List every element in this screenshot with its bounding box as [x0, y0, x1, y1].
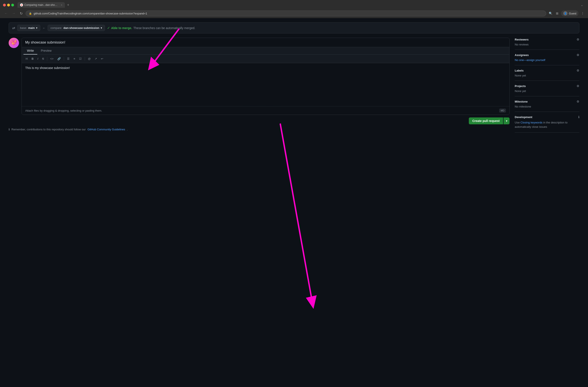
lock-icon: 🔒 — [29, 12, 32, 15]
page-content: ⇄ base: main ▾ ← compare: dan-showcase-s… — [0, 18, 588, 387]
bold-button[interactable]: B — [30, 56, 35, 61]
milestone-value: No milestone — [515, 105, 579, 108]
pr-form-area: 💖 Write Preview H B I S <> � — [9, 38, 509, 131]
projects-title: Projects — [515, 84, 526, 88]
milestone-section: Milestone ⚙ No milestone — [515, 96, 579, 112]
editor-toolbar: H B I S <> 🔗 ☰ ≡ ☑ @ ↗ ↩ — [22, 55, 509, 63]
sidebar: Reviewers ⚙ No reviews Assignees ⚙ No on… — [515, 38, 579, 133]
closing-keywords-link[interactable]: Closing keywords — [521, 121, 543, 124]
compare-arrows-icon: ⇄ — [12, 26, 15, 30]
community-guidelines-link[interactable]: GitHub Community Guidelines — [87, 128, 125, 131]
merge-description: These branches can be automatically merg… — [133, 26, 195, 30]
assignees-header: Assignees ⚙ — [515, 53, 579, 57]
base-label: base: — [20, 26, 27, 30]
base-branch-button[interactable]: base: main ▾ — [17, 25, 40, 31]
toolbar-divider-2 — [64, 57, 64, 61]
reviewers-gear-icon[interactable]: ⚙ — [577, 38, 579, 41]
create-pull-request-button[interactable]: Create pull request — [469, 118, 503, 124]
merge-check-icon: ✓ — [107, 26, 110, 30]
fullscreen-button[interactable] — [11, 4, 14, 6]
dev-text-before: Use — [515, 121, 520, 124]
active-tab[interactable]: 🐙 Comparing main...dan-showca × — [18, 2, 65, 8]
unordered-list-button[interactable]: ☰ — [66, 56, 71, 61]
undo-button[interactable]: ↩ — [100, 56, 105, 61]
tab-bar: 🐙 Comparing main...dan-showca × + — [18, 2, 577, 8]
title-bar: 🐙 Comparing main...dan-showca × + ⌄ — [0, 0, 588, 9]
base-chevron-icon: ▾ — [36, 26, 38, 30]
forward-button[interactable]: → — [11, 11, 17, 16]
mention-button[interactable]: @ — [87, 56, 92, 61]
tab-title: Comparing main...dan-showca — [24, 3, 59, 6]
assignees-value[interactable]: No one—assign yourself — [515, 58, 579, 62]
merge-status: ✓ Able to merge. These branches can be a… — [107, 26, 195, 30]
labels-title: Labels — [515, 69, 524, 72]
tab-close-icon[interactable]: × — [61, 4, 62, 6]
labels-header: Labels ⚙ — [515, 69, 579, 72]
search-icon[interactable]: 🔍 — [548, 11, 553, 16]
labels-section: Labels ⚙ None yet — [515, 65, 579, 81]
link-button[interactable]: 🔗 — [56, 56, 62, 61]
milestone-title: Milestone — [515, 100, 528, 103]
markdown-badge: MD — [499, 109, 506, 112]
projects-section: Projects ⚙ None yet — [515, 81, 579, 96]
tab-write[interactable]: Write — [23, 47, 37, 55]
assignees-gear-icon[interactable]: ⚙ — [577, 53, 579, 57]
ordered-list-button[interactable]: ≡ — [72, 56, 77, 61]
compare-branch-button[interactable]: compare: dan-showcase-submission ▾ — [48, 25, 105, 31]
compare-branch-name: dan-showcase-submission — [63, 26, 99, 30]
traffic-lights — [3, 4, 14, 6]
reviewers-value: No reviews — [515, 43, 579, 46]
tab-menu-button[interactable]: ⌄ — [579, 2, 585, 8]
reload-button[interactable]: ↻ — [19, 11, 24, 16]
milestone-header: Milestone ⚙ — [515, 100, 579, 103]
browser-chrome: 🐙 Comparing main...dan-showca × + ⌄ ← → … — [0, 0, 588, 18]
heading-button[interactable]: H — [24, 56, 29, 61]
base-branch-name: main — [28, 26, 35, 30]
assignees-title: Assignees — [515, 53, 529, 57]
github-tab-icon: 🐙 — [20, 3, 23, 6]
merge-able-text: Able to merge. — [111, 26, 132, 30]
compare-bar: ⇄ base: main ▾ ← compare: dan-showcase-s… — [9, 22, 579, 33]
development-info-icon[interactable]: ℹ — [578, 115, 579, 119]
close-button[interactable] — [3, 4, 6, 6]
split-view-icon[interactable]: ⊞ — [555, 11, 559, 16]
projects-value: None yet — [515, 89, 579, 93]
user-avatar-icon: 👤 — [563, 11, 567, 16]
browser-menu-icon[interactable]: ⋮ — [580, 11, 585, 16]
strikethrough-button[interactable]: S — [41, 56, 45, 61]
bold-icon: B — [31, 57, 33, 60]
reviewers-section: Reviewers ⚙ No reviews — [515, 38, 579, 50]
url-text: github.com/CodingTrain/thecodingtrain.co… — [34, 12, 147, 15]
editor-body[interactable]: This is my showcase submission! — [22, 63, 509, 106]
pr-title-input[interactable] — [22, 38, 509, 47]
italic-icon: I — [38, 57, 38, 60]
attach-text: Attach files by dragging & dropping, sel… — [25, 109, 102, 112]
projects-header: Projects ⚙ — [515, 84, 579, 88]
italic-button[interactable]: I — [36, 56, 40, 61]
task-list-button[interactable]: ☑ — [78, 56, 83, 61]
development-section: Development ℹ Use Closing keywords in th… — [515, 112, 579, 133]
info-circle-icon: ℹ — [9, 128, 10, 131]
labels-gear-icon[interactable]: ⚙ — [577, 69, 579, 72]
url-bar[interactable]: 🔒 github.com/CodingTrain/thecodingtrain.… — [26, 11, 546, 16]
create-pr-dropdown-button[interactable]: ▾ — [504, 118, 509, 124]
editor-body-text: This is my showcase submission! — [25, 66, 70, 70]
labels-value: None yet — [515, 74, 579, 77]
footer-notice: ℹ Remember, contributions to this reposi… — [9, 128, 509, 131]
development-title: Development — [515, 116, 532, 119]
projects-gear-icon[interactable]: ⚙ — [577, 84, 579, 88]
new-tab-button[interactable]: + — [66, 3, 71, 7]
avatar-emoji: 💖 — [11, 40, 17, 46]
reference-button[interactable]: ↗ — [93, 56, 98, 61]
back-button[interactable]: ← — [3, 11, 9, 16]
milestone-gear-icon[interactable]: ⚙ — [577, 100, 579, 103]
user-avatar-large: 💖 — [9, 38, 19, 48]
tab-preview[interactable]: Preview — [37, 47, 55, 55]
minimize-button[interactable] — [7, 4, 10, 6]
editor-footer: Attach files by dragging & dropping, sel… — [22, 106, 509, 115]
submit-row: Create pull request ▾ — [9, 118, 509, 124]
user-chip[interactable]: 👤 Guest — [561, 10, 579, 16]
code-button[interactable]: <> — [49, 56, 55, 61]
toolbar-divider-3 — [85, 57, 85, 61]
address-right-icons: 🔍 ⊞ 👤 Guest ⋮ — [548, 10, 585, 16]
